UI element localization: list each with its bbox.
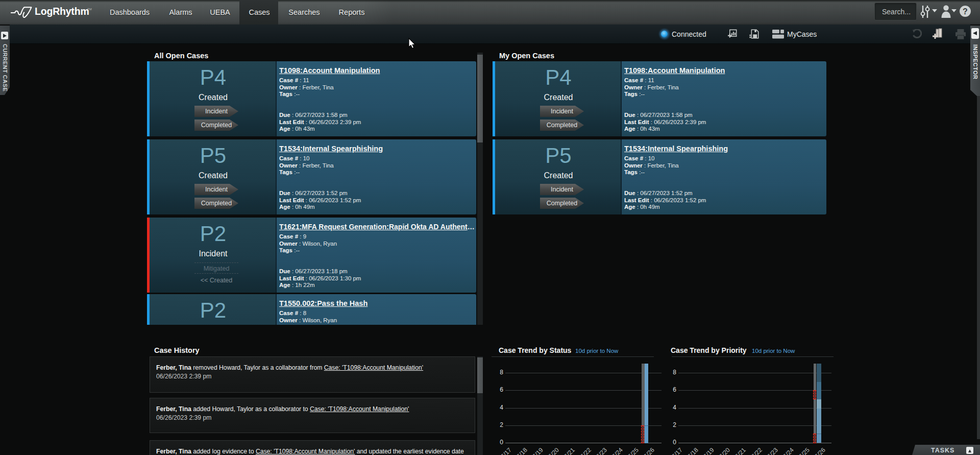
svg-text:?: ?	[963, 7, 968, 16]
